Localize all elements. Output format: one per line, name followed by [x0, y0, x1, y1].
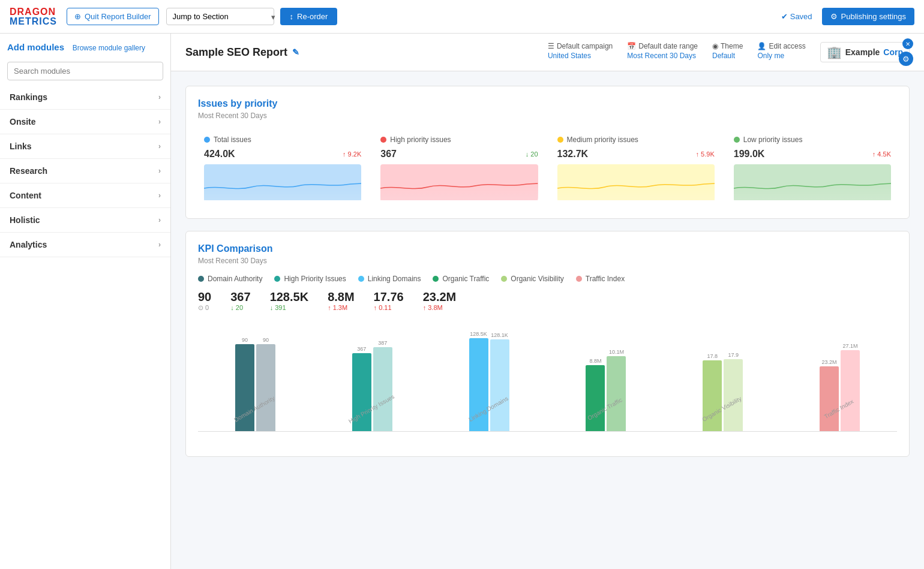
bar-rect	[373, 347, 392, 431]
theme-meta: ◉ Theme Default	[712, 42, 743, 60]
sidebar-item-analytics[interactable]: Analytics ›	[0, 233, 170, 257]
jump-to-section-select[interactable]: Jump to Section	[166, 8, 274, 25]
kpi-value-item: 17.76 ↑ 0.11	[374, 290, 404, 312]
bar-rect	[490, 339, 509, 431]
kpi-delta: ↑ 0.11	[374, 304, 392, 311]
jump-to-section-wrap[interactable]: Jump to Section	[166, 8, 280, 25]
kpi-section-title: KPI Comparison	[198, 243, 897, 254]
report-title-text: Sample SEO Report	[185, 46, 287, 59]
issue-card: Low priority issues 199.0K ↑ 4.5K	[728, 130, 897, 206]
issue-legend-label: Low priority issues	[743, 136, 803, 144]
bar-item: 27.1M	[841, 343, 860, 431]
chevron-right-icon: ›	[158, 93, 161, 101]
logo-ex-text: Example	[845, 47, 880, 57]
kpi-legend-label: Organic Traffic	[442, 275, 489, 283]
issue-dot	[734, 137, 740, 143]
bar-value-label: 90	[263, 337, 269, 343]
quit-label: Quit Report Builder	[85, 12, 151, 21]
kpi-dot	[274, 276, 280, 282]
kpi-delta: ↑ 3.8M	[423, 304, 443, 311]
issue-main-value: 424.0K	[204, 149, 235, 159]
issue-legend: Total issues	[204, 136, 361, 144]
bar-value-label: 23.2M	[822, 359, 837, 365]
report-meta: ☰ Default campaign United States 📅 Defau…	[548, 42, 910, 62]
bar-group: 8.8M10.1M	[548, 349, 663, 431]
reorder-button[interactable]: ↕ Re-order	[280, 8, 338, 25]
sidebar-item-onsite[interactable]: Onsite ›	[0, 110, 170, 134]
bar-value-label: 367	[357, 346, 366, 352]
kpi-value-item: 128.5K ↓ 391	[270, 290, 309, 312]
browse-module-gallery-link[interactable]: Browse module gallery	[73, 44, 145, 52]
kpi-val-main: 128.5K	[270, 290, 309, 304]
kpi-delta: ⊙ 0	[198, 304, 209, 312]
issue-mini-chart	[734, 164, 891, 200]
kpi-legend-label: Domain Authority	[208, 275, 262, 283]
bar-value-label: 17.8	[707, 353, 718, 359]
bar-value-label: 90	[242, 337, 248, 343]
theme-value[interactable]: Default	[712, 52, 743, 60]
bar-group: 17.817.9	[665, 352, 780, 431]
issue-values: 367 ↓ 20	[380, 149, 538, 159]
bar-axis-labels: Domain AuthorityHigh Priority IssuesLink…	[198, 434, 897, 444]
kpi-section-subtitle: Most Recent 30 Days	[198, 257, 897, 265]
calendar-icon: 📅	[627, 42, 636, 50]
sidebar-item-research[interactable]: Research ›	[0, 159, 170, 183]
quit-report-builder-button[interactable]: ⊕ Quit Report Builder	[67, 8, 159, 25]
kpi-val-main: 90	[198, 290, 211, 304]
logo: DRAGON METRICS	[10, 7, 57, 26]
bar-value-label: 387	[378, 340, 387, 346]
sidebar-item-links[interactable]: Links ›	[0, 134, 170, 159]
sidebar-item-label: Analytics	[10, 240, 47, 249]
campaign-value[interactable]: United States	[548, 52, 613, 60]
issue-legend-label: Total issues	[214, 136, 251, 144]
bar-value-label: 128.1K	[491, 332, 508, 338]
access-meta: 👤 Edit access Only me	[757, 42, 805, 60]
kpi-val-main: 8.8M	[328, 290, 354, 304]
bar-item: 10.1M	[607, 349, 626, 431]
sidebar-item-label: Rankings	[10, 92, 47, 102]
bar-rect	[841, 350, 860, 431]
access-value[interactable]: Only me	[757, 52, 805, 60]
kpi-values-row: 90 ⊙ 0 367 ↓ 20 128.5K ↓ 391 8.8M ↑ 1.3M…	[198, 290, 897, 312]
sidebar-item-rankings[interactable]: Rankings ›	[0, 85, 170, 110]
issue-delta: ↑ 5.9K	[696, 150, 715, 158]
bar-item: 128.1K	[490, 332, 509, 431]
layout: Add modules Browse module gallery Rankin…	[0, 34, 924, 569]
kpi-section: KPI Comparison Most Recent 30 Days Domai…	[185, 231, 910, 457]
issue-values: 424.0K ↑ 9.2K	[204, 149, 361, 159]
issue-legend: Medium priority issues	[557, 136, 715, 144]
kpi-legend-item: Organic Visibility	[501, 275, 563, 283]
settings-gear-icon[interactable]: ⚙	[899, 52, 913, 66]
issue-dot	[557, 137, 563, 143]
kpi-dot	[501, 276, 507, 282]
saved-label: Saved	[790, 12, 812, 21]
date-value[interactable]: Most Recent 30 Days	[627, 52, 698, 60]
chevron-right-icon: ›	[158, 118, 161, 126]
sidebar-item-holistic[interactable]: Holistic ›	[0, 208, 170, 233]
kpi-legend-item: Organic Traffic	[433, 275, 489, 283]
kpi-delta: ↓ 20	[230, 304, 243, 311]
kpi-val-delta: ↓ 20	[230, 304, 250, 311]
company-logo-badge: 🏢 ExampleCorp	[820, 42, 910, 62]
edit-title-icon[interactable]: ✎	[292, 47, 299, 57]
kpi-legend-item: Linking Domains	[358, 275, 421, 283]
sidebar-item-label: Content	[10, 191, 41, 200]
bar-value-label: 8.8M	[589, 358, 601, 364]
issue-dot	[204, 137, 210, 143]
issue-main-value: 367	[380, 149, 397, 159]
issue-mini-chart	[204, 164, 361, 200]
bar-value-label: 10.1M	[609, 349, 624, 355]
search-modules-input[interactable]	[7, 62, 163, 80]
access-label: 👤 Edit access	[757, 42, 805, 50]
date-meta: 📅 Default date range Most Recent 30 Days	[627, 42, 698, 60]
sidebar-item-content[interactable]: Content ›	[0, 183, 170, 208]
chevron-right-icon: ›	[158, 191, 161, 200]
kpi-legend-item: Domain Authority	[198, 275, 262, 283]
issue-card: High priority issues 367 ↓ 20	[374, 130, 544, 206]
issue-mini-chart	[557, 164, 715, 200]
close-badge-icon[interactable]: ✕	[902, 38, 913, 49]
saved-indicator: ✔ Saved	[781, 12, 812, 21]
publishing-settings-button[interactable]: ⚙ Publishing settings	[822, 8, 914, 25]
kpi-legend: Domain Authority High Priority Issues Li…	[198, 275, 897, 283]
kpi-legend-item: High Priority Issues	[274, 275, 346, 283]
